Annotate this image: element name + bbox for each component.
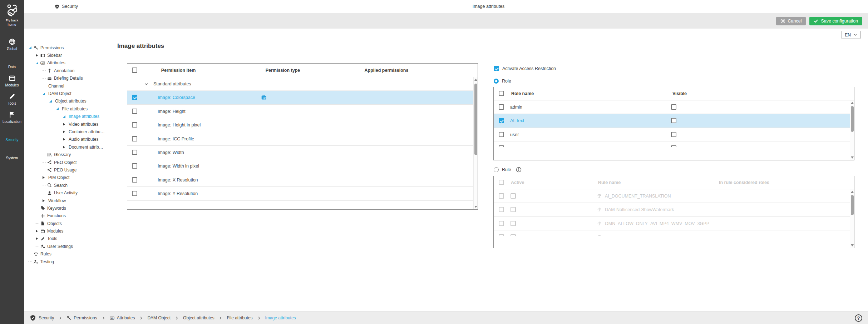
scroll-down-arrow-icon[interactable] xyxy=(851,244,854,246)
tree-item-search[interactable]: Search xyxy=(24,181,109,189)
role-row-user[interactable]: user xyxy=(494,128,850,141)
tree-item-channel[interactable]: Channel xyxy=(24,82,109,90)
tree-item-peo-usage[interactable]: PEO Usage xyxy=(24,166,109,174)
role-scrollbar[interactable] xyxy=(850,100,854,160)
tree-expanded-icon[interactable] xyxy=(61,114,66,119)
info-icon[interactable] xyxy=(516,167,522,173)
breadcrumb-image-attributes[interactable]: Image attributes xyxy=(265,315,296,320)
visible-checkbox[interactable] xyxy=(671,104,676,110)
tree-item-video-attributes[interactable]: Video attributes xyxy=(24,120,109,128)
permission-row-image-width[interactable]: Image: Width xyxy=(127,146,473,159)
tree-collapsed-icon[interactable] xyxy=(61,129,66,134)
tree-expanded-icon[interactable] xyxy=(48,99,53,104)
rule-scrollbar[interactable] xyxy=(850,189,854,248)
rule-select-checkbox[interactable] xyxy=(499,193,504,199)
role-radio-row[interactable]: Role xyxy=(494,79,511,84)
scrollbar-thumb[interactable] xyxy=(851,106,854,132)
row-checkbox[interactable] xyxy=(132,191,137,196)
tree-item-permissions[interactable]: Permissions xyxy=(24,44,109,51)
rule-row-omn-allow-only-avi-mp4-wmv-mov-3gpp[interactable]: OMN_ALLOW_ONLY_AVI_MP4_WMV_MOV_3GPP xyxy=(494,217,850,230)
row-checkbox[interactable] xyxy=(132,177,137,183)
visible-checkbox[interactable] xyxy=(671,145,676,147)
cancel-button[interactable]: Cancel xyxy=(776,17,806,25)
tree-item-rules[interactable]: Rules xyxy=(24,250,109,258)
breadcrumb-security[interactable]: Security xyxy=(30,315,54,321)
scroll-down-arrow-icon[interactable] xyxy=(474,206,477,208)
role-row-admin[interactable]: admin xyxy=(494,100,850,114)
permission-row-image-y-resolution[interactable]: Image: Y Resolution xyxy=(127,187,473,200)
tree-expanded-icon[interactable] xyxy=(41,91,46,96)
tree-item-modules[interactable]: Modules xyxy=(24,227,109,235)
tree-item-user-activity[interactable]: User Activity xyxy=(24,189,109,196)
sidebar-item-global[interactable]: Global xyxy=(0,34,24,51)
activate-access-restriction[interactable]: Activate Access Restriction xyxy=(494,66,556,71)
select-all-checkbox[interactable] xyxy=(132,68,137,73)
sidebar-item-data[interactable]: Data xyxy=(0,53,24,69)
rule-select-checkbox[interactable] xyxy=(499,221,504,226)
save-configuration-button[interactable]: Save configuration xyxy=(809,17,862,25)
topbar-module[interactable]: Security xyxy=(24,0,109,13)
tree-item-image-attributes[interactable]: Image attributes xyxy=(24,113,109,120)
collapse-group-icon[interactable] xyxy=(144,82,149,86)
tree-item-objects[interactable]: Objects xyxy=(24,220,109,227)
role-row-ai-text[interactable]: AI-Text xyxy=(494,114,850,128)
row-checkbox[interactable] xyxy=(132,136,137,141)
tree-item-annotation[interactable]: Annotation xyxy=(24,67,109,74)
rule-row-ai-document-translation[interactable]: AI_DOCUMENT_TRANSLATION xyxy=(494,189,850,203)
tree-item-document-attrib[interactable]: Document attrib… xyxy=(24,143,109,151)
tree-item-file-attributes[interactable]: File attributes xyxy=(24,105,109,113)
scrollbar-thumb[interactable] xyxy=(474,84,477,155)
rule-active-checkbox[interactable] xyxy=(511,221,516,226)
tree-collapsed-icon[interactable] xyxy=(61,122,66,127)
tree-item-container-attribu[interactable]: Container attribu… xyxy=(24,128,109,135)
row-checkbox[interactable] xyxy=(132,109,137,114)
tree-item-user-settings[interactable]: User Settings xyxy=(24,243,109,250)
tree-expanded-icon[interactable] xyxy=(28,45,33,50)
row-checkbox[interactable] xyxy=(132,150,137,155)
rule-radio[interactable] xyxy=(494,167,499,172)
scrollbar-thumb[interactable] xyxy=(851,195,854,215)
rule-radio-row[interactable]: Rule xyxy=(494,167,522,173)
scroll-down-arrow-icon[interactable] xyxy=(851,156,854,159)
language-selector[interactable]: EN xyxy=(842,31,860,39)
rule-row-dam-notlicenced-showwatermark[interactable]: DAM-Notlicenced-ShowWatermark xyxy=(494,203,850,216)
tree-collapsed-icon[interactable] xyxy=(41,198,46,203)
tree-collapsed-icon[interactable] xyxy=(34,53,39,58)
tree-collapsed-icon[interactable] xyxy=(41,175,46,180)
sidebar-item-security[interactable]: Security xyxy=(0,125,24,142)
tree-item-dam-object[interactable]: DAM Object xyxy=(24,90,109,97)
tree-item-peo-object[interactable]: PEO Object xyxy=(24,159,109,166)
scroll-up-arrow-icon[interactable] xyxy=(851,191,854,193)
tree-expanded-icon[interactable] xyxy=(55,106,60,111)
permission-row-image-x-resolution[interactable]: Image: X Resolution xyxy=(127,173,473,187)
permissions-scrollbar[interactable] xyxy=(473,77,478,209)
row-checkbox[interactable] xyxy=(132,95,137,100)
role-checkbox[interactable] xyxy=(499,104,504,110)
bee-logo-icon[interactable] xyxy=(5,3,20,17)
tree-item-testing[interactable]: Testing xyxy=(24,258,109,265)
tree-collapsed-icon[interactable] xyxy=(61,145,66,150)
permission-row-image-icc-profile[interactable]: Image: ICC Profile xyxy=(127,132,473,146)
tree-item-tools[interactable]: Tools xyxy=(24,235,109,243)
tree-item-briefing-details[interactable]: Briefing Details xyxy=(24,75,109,82)
permission-row-image-height-in-pixel[interactable]: Image: Height in pixel xyxy=(127,118,473,132)
breadcrumb-attributes[interactable]: ABAttributes xyxy=(110,315,135,320)
rule-select-checkbox[interactable] xyxy=(499,234,504,236)
breadcrumb-permissions[interactable]: Permissions xyxy=(66,315,97,320)
rule-select-checkbox[interactable] xyxy=(499,207,504,212)
permission-row-image-height[interactable]: Image: Height xyxy=(127,105,473,118)
row-checkbox[interactable] xyxy=(132,163,137,169)
tree-expanded-icon[interactable] xyxy=(34,60,39,65)
group-row-standard-attributes[interactable]: Standard attributes xyxy=(127,77,473,91)
scroll-up-arrow-icon[interactable] xyxy=(851,102,854,104)
tree-collapsed-icon[interactable] xyxy=(34,236,39,241)
tree-collapsed-icon[interactable] xyxy=(61,137,66,142)
tree-item-sidebar[interactable]: Sidebar xyxy=(24,51,109,59)
tree-item-audio-attributes[interactable]: Audio attributes xyxy=(24,136,109,143)
breadcrumb-dam-object[interactable]: DAM Object xyxy=(147,315,171,320)
sidebar-item-tools[interactable]: Tools xyxy=(0,89,24,105)
rule-active-checkbox[interactable] xyxy=(511,234,516,236)
rule-select-all-checkbox[interactable] xyxy=(499,180,504,185)
scroll-up-arrow-icon[interactable] xyxy=(474,79,477,81)
rule-active-checkbox[interactable] xyxy=(511,207,516,212)
